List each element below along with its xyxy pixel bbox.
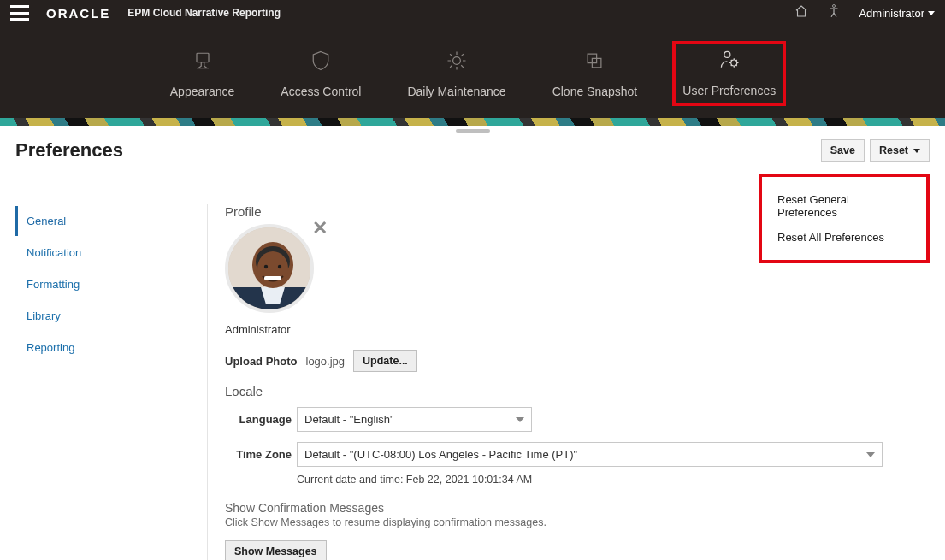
appearance-icon — [191, 49, 215, 73]
decorative-band — [0, 118, 945, 126]
confirm-subtext: Click Show Messages to resume displaying… — [225, 516, 930, 528]
show-messages-button[interactable]: Show Messages — [225, 540, 327, 560]
clone-icon — [582, 49, 606, 73]
user-gear-icon — [718, 48, 741, 72]
preferences-sidebar: General Notification Formatting Library … — [15, 204, 208, 560]
upload-photo-label: Upload Photo — [225, 355, 298, 368]
user-menu-label: Administrator — [859, 7, 924, 20]
reset-all-option[interactable]: Reset All Preferences — [777, 225, 911, 250]
update-photo-button[interactable]: Update... — [353, 350, 417, 372]
profile-username: Administrator — [225, 323, 930, 336]
locale-heading: Locale — [225, 384, 930, 398]
svg-point-5 — [724, 51, 730, 57]
svg-point-13 — [264, 265, 268, 268]
timezone-label: Time Zone — [225, 448, 292, 461]
avatar — [225, 224, 314, 313]
sidebar-item-formatting[interactable]: Formatting — [15, 269, 207, 299]
user-menu[interactable]: Administrator — [859, 7, 935, 20]
language-label: Language — [225, 413, 292, 426]
nav-daily-maintenance[interactable]: Daily Maintenance — [396, 41, 517, 106]
chevron-down-icon — [866, 452, 875, 457]
svg-rect-15 — [264, 276, 281, 280]
brand-logo: ORACLE — [46, 6, 110, 21]
tools-nav: Appearance Access Control Daily Maintena… — [0, 26, 945, 118]
reset-general-option[interactable]: Reset General Preferences — [777, 187, 911, 225]
hamburger-menu-icon[interactable] — [10, 5, 29, 21]
caret-down-icon — [913, 149, 920, 153]
global-header: ORACLE EPM Cloud Narrative Reporting Adm… — [0, 0, 945, 26]
caret-down-icon — [928, 11, 935, 15]
timezone-select[interactable]: Default - "(UTC-08:00) Los Angeles - Pac… — [297, 442, 883, 467]
upload-filename: logo.jpg — [306, 355, 346, 368]
current-datetime: Current date and time: Feb 22, 2021 10:0… — [297, 474, 930, 486]
sidebar-item-reporting[interactable]: Reporting — [15, 333, 207, 363]
svg-point-14 — [278, 265, 281, 268]
sidebar-item-general[interactable]: General — [15, 206, 207, 236]
language-select[interactable]: Default - "English" — [297, 407, 532, 432]
gear-icon — [445, 49, 469, 73]
nav-access-control[interactable]: Access Control — [269, 41, 372, 106]
svg-rect-1 — [197, 53, 209, 62]
home-icon[interactable] — [794, 3, 809, 22]
reset-dropdown: Reset General Preferences Reset All Pref… — [759, 174, 930, 263]
remove-photo-icon[interactable]: ✕ — [312, 217, 328, 239]
sidebar-item-notification[interactable]: Notification — [15, 238, 207, 268]
reset-button[interactable]: Reset — [870, 139, 930, 162]
accessibility-icon[interactable] — [826, 3, 842, 22]
nav-user-preferences[interactable]: User Preferences — [672, 41, 786, 106]
svg-point-0 — [833, 5, 836, 8]
nav-appearance[interactable]: Appearance — [159, 41, 246, 106]
svg-point-2 — [453, 57, 461, 65]
save-button[interactable]: Save — [821, 139, 865, 162]
sidebar-item-library[interactable]: Library — [15, 301, 207, 331]
chevron-down-icon — [516, 417, 524, 422]
page-title: Preferences — [15, 139, 123, 162]
product-title: EPM Cloud Narrative Reporting — [127, 7, 281, 19]
shield-icon — [309, 49, 333, 73]
confirm-heading: Show Confirmation Messages — [225, 501, 930, 515]
nav-clone-snapshot[interactable]: Clone Snapshot — [541, 41, 649, 106]
